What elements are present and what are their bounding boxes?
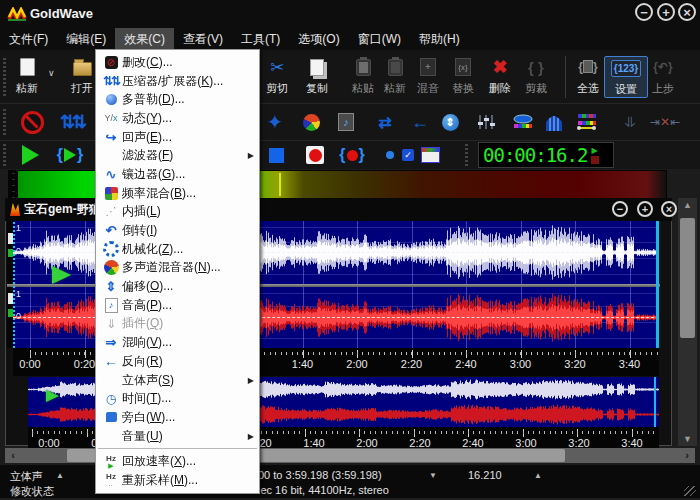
offset-circle-icon[interactable]: ⇕ [435,107,465,137]
menu-item-F[interactable]: 滤波器(F)▶ [96,146,259,165]
scroll-right-icon[interactable]: › [679,448,695,463]
sound-minimize-button[interactable]: − [612,201,628,217]
toolbar-grip[interactable] [3,109,6,135]
menu-item-B[interactable]: 频率混合(B)... [96,184,259,203]
scissors-button[interactable]: ✂剪切 [256,56,298,96]
new-dropdown-chevron-icon[interactable]: ∨ [48,68,55,78]
menu-item-T[interactable]: ◷时间(T)... [96,389,259,408]
copy-button[interactable]: 复制 [296,56,338,96]
toolbar-grip [465,144,468,166]
menu-F[interactable]: 文件(F) [0,28,57,51]
toolbar-grip[interactable] [3,144,6,166]
selection-start-marker[interactable] [13,221,15,348]
menu-item-Q[interactable]: ⇓插件(Q) [96,315,259,334]
delete-icon: ✖ [492,56,507,78]
rate-cell[interactable]: 16.210 [468,469,502,481]
menu-T[interactable]: 工具(T) [232,28,289,51]
mix-icon: + [420,56,436,78]
ruler-label: 2:20 [395,358,429,370]
stop-button[interactable] [259,142,293,168]
menu-E[interactable]: 编辑(E) [57,28,115,51]
record-selection-button[interactable]: {} [335,142,369,168]
pitch-note-icon[interactable]: ♪ [331,107,361,137]
ruler-label: 2:40 [449,358,483,370]
menu-C[interactable]: 效果(C) [115,28,174,51]
offset-icon: ⇕ [100,279,122,294]
menu-item-Y[interactable]: Y/x动态(Y)... [96,109,259,128]
menu-V[interactable]: 查看(V) [174,28,232,51]
menu-item-L[interactable]: ⋰内插(L) [96,203,259,222]
selection-end-marker[interactable] [656,221,659,348]
menu-item-K[interactable]: ⇅⇅压缩器/扩展器(K)... [96,72,259,91]
menu-item-P[interactable]: ♪音高(P)... [96,296,259,315]
shrink-icon[interactable]: ⥥ [615,107,645,137]
channel-mode-up-icon[interactable]: ▲ [56,471,64,480]
time-display: 00:00:16.2 ▶ [478,142,614,168]
ruler-label: 1:40 [286,358,320,370]
spectrum-filter-icon[interactable] [572,107,602,137]
menu-item-C[interactable]: ⊘删改(C)... [96,53,259,72]
mixer-color-icon[interactable] [296,107,326,137]
new-document-button[interactable]: 粘新 [6,56,48,96]
replace-button[interactable]: {x}替换 [442,56,484,96]
menu-item-E[interactable]: ↪回声(E)... [96,128,259,147]
compressor-arrows-icon[interactable]: ⇅⇅ [57,107,87,137]
menu-item-D[interactable]: 多普勒(D)... [96,90,259,109]
menu-O[interactable]: 选项(O) [289,28,348,51]
scroll-up-icon[interactable]: ▲ [678,198,697,212]
doppler-star-icon[interactable]: ✦ [260,107,290,137]
menu-item-V[interactable]: ⇒混响(V)... [96,333,259,352]
menu-item-S[interactable]: 立体声(S)▶ [96,371,259,390]
spectrum-oval-icon[interactable] [508,107,538,137]
menu-item-Z[interactable]: 机械化(Z)... [96,240,259,259]
submenu-arrow-icon: ▶ [248,432,254,441]
menu-H[interactable]: 帮助(H) [410,28,469,51]
menu-item-N[interactable]: 多声道混音器(N)... [96,259,259,278]
scroll-left-icon[interactable]: ‹ [5,448,21,463]
noise-gate-icon[interactable] [539,107,569,137]
menu-item-M[interactable]: Hz‥重新采样(M)... [96,471,259,490]
minimize-button[interactable]: − [635,3,653,21]
menu-item-I[interactable]: ↶倒转(I) [96,221,259,240]
reverb-icon: ⇒ [100,335,122,350]
menu-item-U[interactable]: 音量(U)▶ [96,427,259,446]
menu-item-W[interactable]: 旁白(W)... [96,408,259,427]
play-button[interactable] [13,142,47,168]
set-marker-icon: {123} [611,57,641,79]
menu-item-G[interactable]: ∿镶边器(G)... [96,165,259,184]
scroll-down-icon[interactable]: ▼ [678,432,697,446]
sound-maximize-button[interactable]: + [637,201,653,217]
time-mode-icons: ▶ [591,147,599,164]
trim-button[interactable]: { }剪裁 [515,56,557,96]
mechanize-icon [100,241,122,257]
reverb-arrows-icon[interactable]: ⇄ [370,107,400,137]
reverse-arrow-icon[interactable]: ← [405,107,435,137]
select-all-button[interactable]: {}全选 [567,56,609,96]
menu-W[interactable]: 窗口(W) [349,28,410,51]
equalizer-icon[interactable] [471,107,501,137]
record-button[interactable] [298,142,332,168]
vertical-scroll-thumb[interactable] [680,218,695,338]
selection-range-cell[interactable]: 00 to 3:59.198 (3:59.198) [258,469,382,481]
playback-position-cursor[interactable] [52,266,71,284]
mute-icon[interactable] [17,107,47,137]
rate-up-icon[interactable]: ▲ [534,471,542,480]
sound-close-button[interactable]: × [661,201,677,217]
silence-icon[interactable]: ⇥✕⇤ [650,107,680,137]
toolbar-button-label: 粘新 [384,81,406,96]
menu-item-label: 回声(E)... [122,129,254,146]
selection-down-icon[interactable]: ▼ [429,471,437,480]
resize-grip[interactable] [684,486,696,496]
effects-menu: ⊘删改(C)...⇅⇅压缩器/扩展器(K)...多普勒(D)...Y/x动态(Y… [95,49,260,494]
menu-item-O[interactable]: ⇕偏移(O)... [96,277,259,296]
menu-item-X[interactable]: Hz▶回放速率(X)... [96,452,259,471]
properties-window-button[interactable] [413,142,447,168]
maximize-button[interactable]: + [657,3,675,21]
overview-playback-cursor[interactable] [46,390,59,402]
undo-step-button[interactable]: {↶}上步 [642,56,684,96]
channel-mode-cell[interactable]: 立体声 [10,469,43,484]
menu-item-R[interactable]: ←反向(R) [96,352,259,371]
close-button[interactable]: × [678,3,696,21]
play-selection-button[interactable]: {} [53,142,87,168]
vertical-scrollbar[interactable]: ▲ ▼ [678,198,697,446]
